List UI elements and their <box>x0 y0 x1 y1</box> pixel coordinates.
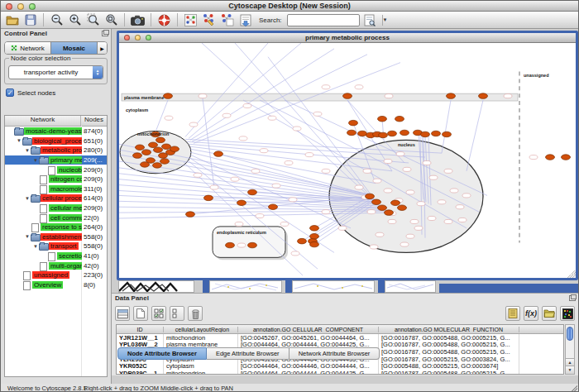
network-node[interactable] <box>243 103 251 108</box>
column-header[interactable]: annotation.GO MOLECULAR_FUNCTION <box>379 327 519 332</box>
expand-arrow-icon[interactable]: ▼ <box>24 148 31 153</box>
save-session-icon[interactable] <box>22 12 38 27</box>
network-node-selected[interactable] <box>421 131 430 137</box>
network-node[interactable] <box>458 218 467 222</box>
tree-row[interactable]: nucleobase-209(0) <box>5 165 107 174</box>
network-node-selected[interactable] <box>358 131 367 136</box>
import-network-icon[interactable] <box>237 12 253 27</box>
import-attributes-icon[interactable] <box>542 306 557 321</box>
select-all-attributes-icon[interactable] <box>151 306 166 321</box>
network-node[interactable] <box>456 205 464 209</box>
network-node[interactable] <box>428 216 436 220</box>
network-node-selected[interactable] <box>310 241 319 247</box>
background-window-fragment[interactable] <box>209 280 282 293</box>
network-node-selected[interactable] <box>347 130 356 136</box>
network-node-selected[interactable] <box>149 142 158 148</box>
tab-network-attribute-browser[interactable]: Network Attribute Browser <box>290 347 380 360</box>
network-node[interactable] <box>322 210 330 214</box>
column-header[interactable]: annotation.GO CELLULAR_COMPONENT <box>238 327 379 332</box>
network-node[interactable] <box>291 251 299 256</box>
network-node[interactable] <box>231 177 239 181</box>
network-node-selected[interactable] <box>388 131 397 136</box>
network-node[interactable] <box>370 245 378 249</box>
tree-row[interactable]: ▼cellular process614(0) <box>5 194 107 203</box>
attribute-create-icon[interactable] <box>133 306 148 321</box>
network-node[interactable] <box>444 219 452 223</box>
network-node[interactable] <box>367 210 376 214</box>
network-node-selected[interactable] <box>226 242 235 248</box>
open-session-icon[interactable] <box>4 12 20 27</box>
network-node[interactable] <box>313 112 322 116</box>
select-nodes-checkbox[interactable]: ✓ <box>6 88 14 97</box>
network-node[interactable] <box>285 160 293 165</box>
network-node-selected[interactable] <box>133 153 142 159</box>
tree-row[interactable]: mosaic-demo-yeast874(0) <box>5 127 107 136</box>
network-node[interactable] <box>529 155 538 159</box>
zoom-out-icon[interactable] <box>49 12 65 27</box>
scroll-down-button[interactable]: ▼ <box>566 366 574 374</box>
tree-row[interactable]: multi-organism pro42(0) <box>5 261 107 270</box>
scrollbar-thumb[interactable] <box>567 327 573 341</box>
network-node[interactable] <box>289 198 297 202</box>
network-node[interactable] <box>429 175 438 179</box>
network-node[interactable] <box>355 85 363 89</box>
network-node-selected[interactable] <box>186 212 195 218</box>
destroy-view-icon[interactable] <box>219 12 235 27</box>
cell-molecular-function[interactable]: [GO:0016787, GO:0005488, GO:0005215, G..… <box>379 370 519 375</box>
background-window-border[interactable] <box>378 280 385 293</box>
network-node-selected[interactable] <box>248 242 257 248</box>
network-node-selected[interactable] <box>136 145 145 151</box>
expand-arrow-icon[interactable]: ▼ <box>32 244 39 249</box>
network-node[interactable] <box>280 222 289 226</box>
network-node[interactable] <box>272 184 280 188</box>
network-node[interactable] <box>423 160 431 165</box>
delete-attribute-icon[interactable] <box>188 306 203 321</box>
expand-arrow-icon[interactable]: ▼ <box>24 234 31 239</box>
background-window-fragment[interactable] <box>385 280 436 293</box>
network-node-selected[interactable] <box>204 195 213 201</box>
background-window-border[interactable] <box>439 284 578 293</box>
network-node-selected[interactable] <box>343 93 352 99</box>
expand-arrow-icon[interactable]: ▼ <box>24 196 31 201</box>
network-node-selected[interactable] <box>443 131 452 137</box>
network-node[interactable] <box>260 149 268 153</box>
network-node[interactable] <box>239 136 247 141</box>
cell-cellular-component[interactable]: [GO:0044464, GO:0044444, GO:0044425, G..… <box>238 370 379 375</box>
network-node[interactable] <box>438 200 446 204</box>
tree-row[interactable]: cell communicat22(0) <box>5 213 107 222</box>
snapshot-icon[interactable] <box>130 12 146 27</box>
network-node-selected[interactable] <box>298 238 307 244</box>
network-node-selected[interactable] <box>372 199 381 205</box>
network-node-selected[interactable] <box>395 116 404 122</box>
network-node-selected[interactable] <box>248 189 257 195</box>
network-node-selected[interactable] <box>214 151 223 157</box>
network-node-selected[interactable] <box>170 146 179 152</box>
network-node-selected[interactable] <box>400 130 409 136</box>
network-node[interactable] <box>194 173 202 177</box>
network-node[interactable] <box>256 213 264 218</box>
tree-row[interactable]: response to stimulu264(0) <box>5 222 107 232</box>
network-node[interactable] <box>338 226 347 230</box>
network-node-selected[interactable] <box>385 210 394 216</box>
network-node-selected[interactable] <box>160 159 170 165</box>
network-node-selected[interactable] <box>164 93 173 99</box>
tree-row[interactable]: macromolecule311(0) <box>5 184 107 194</box>
network-node[interactable] <box>504 94 512 98</box>
background-window-border[interactable] <box>203 280 209 293</box>
network-node-selected[interactable] <box>398 205 407 211</box>
expand-arrow-icon[interactable]: ▼ <box>32 158 39 163</box>
network-node[interactable] <box>293 127 301 131</box>
tree-row[interactable]: ▼metabolic process280(0) <box>5 146 107 155</box>
tree-row[interactable]: ▼primary metabo209(... <box>5 155 107 165</box>
network-node-selected[interactable] <box>153 163 162 169</box>
network-node[interactable] <box>199 94 207 98</box>
tree-row[interactable]: cellular metabo209(0) <box>5 203 107 213</box>
network-node-selected[interactable] <box>391 200 400 206</box>
network-node[interactable] <box>210 185 218 189</box>
network-node[interactable] <box>406 234 414 238</box>
network-node-selected[interactable] <box>154 147 163 153</box>
network-node-selected[interactable] <box>479 93 488 99</box>
help-icon[interactable] <box>156 12 172 27</box>
table-row[interactable]: YKR052Ccytoplasm[GO:0044464, GO:0044446,… <box>117 362 563 370</box>
network-node[interactable] <box>406 190 414 194</box>
